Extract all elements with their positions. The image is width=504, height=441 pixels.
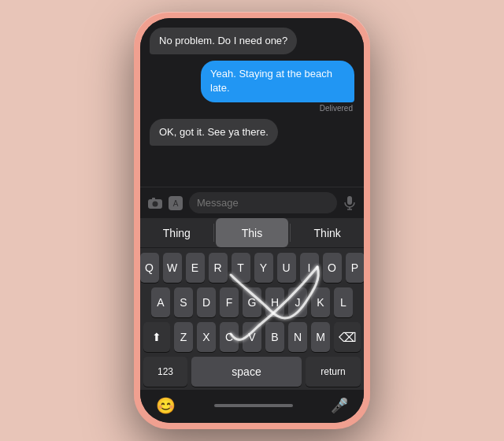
key-u[interactable]: U — [277, 253, 296, 283]
emoji-icon[interactable]: 😊 — [156, 396, 176, 415]
appstore-icon[interactable]: A — [169, 193, 183, 213]
key-c[interactable]: C — [220, 322, 239, 352]
key-a[interactable]: A — [151, 287, 170, 317]
svg-rect-2 — [152, 198, 155, 200]
mic-icon-input[interactable] — [343, 193, 356, 213]
key-v[interactable]: V — [243, 322, 261, 352]
delivered-status: Delivered — [320, 104, 354, 113]
input-bar: A — [140, 187, 364, 218]
mic-icon-bottom[interactable]: 🎤 — [331, 397, 348, 414]
key-o[interactable]: O — [323, 253, 342, 283]
key-g[interactable]: G — [243, 287, 261, 317]
key-row-3: ⬆ Z X C V B N M ⌫ — [143, 322, 361, 352]
autocomplete-divider-1 — [213, 224, 214, 241]
phone-frame: No problem. Do I need one? Yeah. Staying… — [134, 12, 370, 429]
key-e[interactable]: E — [186, 253, 205, 283]
key-l[interactable]: L — [334, 287, 353, 317]
key-m[interactable]: M — [311, 322, 330, 352]
svg-point-1 — [153, 201, 158, 206]
key-w[interactable]: W — [163, 253, 182, 283]
message-sent-1: Yeah. Staying at the beach late. Deliver… — [150, 61, 354, 112]
key-row-4: 123 space return — [143, 357, 361, 387]
bubble-text: No problem. Do I need one? — [150, 28, 297, 54]
key-numbers[interactable]: 123 — [143, 357, 187, 387]
message-received-1: No problem. Do I need one? — [150, 28, 354, 54]
key-s[interactable]: S — [174, 287, 193, 317]
key-z[interactable]: Z — [174, 322, 193, 352]
key-j[interactable]: J — [288, 287, 307, 317]
autocomplete-think[interactable]: Think — [291, 218, 364, 247]
autocomplete-this[interactable]: This — [216, 218, 289, 247]
key-y[interactable]: Y — [254, 253, 273, 283]
key-f[interactable]: F — [220, 287, 239, 317]
bubble-text: Yeah. Staying at the beach late. — [201, 61, 354, 102]
key-h[interactable]: H — [265, 287, 284, 317]
key-shift[interactable]: ⬆ — [143, 322, 170, 352]
autocomplete-thing[interactable]: Thing — [140, 218, 213, 247]
key-backspace[interactable]: ⌫ — [334, 322, 361, 352]
key-space[interactable]: space — [191, 357, 302, 387]
home-indicator — [214, 404, 293, 407]
key-q[interactable]: Q — [140, 253, 159, 283]
message-input[interactable] — [189, 192, 337, 213]
bottom-bar: 😊 🎤 — [140, 390, 364, 423]
key-t[interactable]: T — [232, 253, 250, 283]
phone-screen: No problem. Do I need one? Yeah. Staying… — [140, 18, 364, 423]
messages-area: No problem. Do I need one? Yeah. Staying… — [140, 18, 364, 187]
key-p[interactable]: P — [346, 253, 365, 283]
autocomplete-bar: Thing This Think — [140, 218, 364, 248]
key-row-2: A S D F G H J K L — [143, 287, 361, 317]
key-i[interactable]: I — [300, 253, 319, 283]
message-received-2: OK, got it. See ya there. — [150, 119, 354, 146]
key-b[interactable]: B — [265, 322, 284, 352]
key-d[interactable]: D — [197, 287, 216, 317]
key-n[interactable]: N — [288, 322, 307, 352]
key-row-1: Q W E R T Y U I O P — [143, 253, 361, 283]
camera-icon[interactable] — [148, 193, 162, 213]
key-return[interactable]: return — [306, 357, 361, 387]
key-x[interactable]: X — [197, 322, 216, 352]
keyboard: Q W E R T Y U I O P A S D F G H J K — [140, 248, 364, 390]
key-r[interactable]: R — [209, 253, 228, 283]
bubble-text: OK, got it. See ya there. — [150, 119, 278, 146]
svg-text:A: A — [173, 199, 179, 208]
svg-rect-5 — [347, 196, 352, 205]
key-k[interactable]: K — [311, 287, 330, 317]
